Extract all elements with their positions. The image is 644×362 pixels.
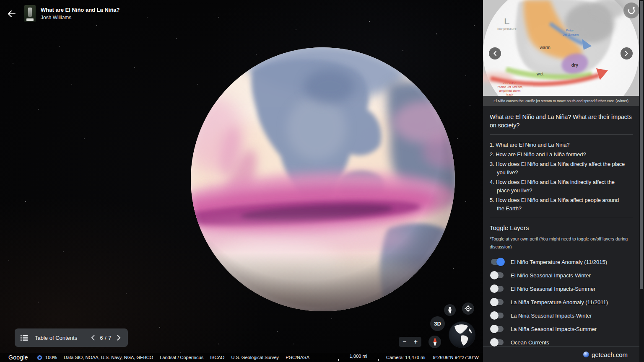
zoom-control: − +	[399, 337, 421, 347]
panel-content: What are El Niño and La Niña? What are t…	[483, 106, 639, 349]
back-arrow-icon	[8, 10, 16, 18]
layer-toggle-el-nino-summer[interactable]	[491, 286, 504, 292]
layer-label: El Niño Seasonal Impacts-Summer	[511, 286, 595, 292]
attribution-usgs: U.S. Geological Survey	[231, 355, 279, 360]
lesson-title-line2: on society?	[490, 121, 633, 129]
toggle-knob	[490, 325, 499, 333]
pegman-button[interactable]	[444, 304, 456, 316]
table-of-contents-bar[interactable]: Table of Contents 6 / 7	[15, 328, 128, 347]
layer-row-la-nina-temp: La Niña Temperature Anomaly (11/2011)	[490, 295, 633, 309]
geteach-globe-icon	[583, 352, 589, 357]
side-panel: L low pressure Polar Jet Stream warm dry…	[483, 0, 644, 362]
loading-ring-icon	[37, 355, 42, 360]
google-logo: Google	[8, 354, 28, 361]
extended-jet-label-3: amplified storm	[499, 89, 521, 93]
back-button[interactable]	[6, 8, 18, 20]
toggle-note-line2: discussion)	[490, 243, 633, 251]
chevron-left-icon	[493, 51, 497, 56]
layer-row-el-nino-temp: El Niño Temperature Anomaly (11/2015)	[490, 255, 633, 269]
attribution-pgc-nasa: PGC/NASA	[286, 355, 309, 360]
attribution-data-sources: Data SIO, NOAA, U.S. Navy, NGA, GEBCO	[64, 355, 153, 360]
question-4-text-cont: place you live?	[490, 186, 633, 195]
layer-toggle-el-nino-winter[interactable]	[491, 272, 504, 278]
attribution-ibcao: IBCAO	[210, 355, 224, 360]
my-location-button[interactable]	[462, 303, 474, 315]
extended-jet-label-2: Pacific Jet Stream,	[497, 85, 523, 89]
tour-thumbnail	[24, 5, 36, 22]
panel-scrollbar[interactable]	[639, 0, 644, 362]
question-item-5: 5. How does El Niño and La Niña affect p…	[490, 196, 633, 213]
toggle-knob	[490, 338, 499, 346]
compass-needle-icon	[432, 337, 438, 347]
divider	[490, 218, 633, 218]
layer-label: El Niño Seasonal Impacts-Winter	[511, 272, 591, 279]
3d-toggle-button[interactable]: 3D	[430, 316, 445, 331]
question-item-2: 2. How are El Niño and La Niña formed?	[490, 150, 633, 159]
toc-next-button[interactable]	[115, 334, 122, 341]
table-of-contents-icon	[21, 335, 28, 341]
chevron-left-icon	[91, 335, 95, 341]
layer-label: Ocean Currents	[511, 339, 549, 346]
app-window: What are El Niño and La Niña? Josh Willi…	[0, 0, 644, 362]
layer-row-la-nina-summer: La Niña Seasonal Impacts-Summer	[490, 322, 633, 336]
lesson-title: What are El Niño and La Niña? What are t…	[490, 113, 633, 129]
layer-toggle-la-nina-summer[interactable]	[491, 326, 504, 332]
my-location-icon	[465, 305, 472, 312]
question-item-4: 4. How does El Niño and La Niña indirect…	[490, 178, 633, 195]
zoom-out-button[interactable]: −	[402, 338, 406, 346]
coordinates-readout: 9°26'06"N 94°27'30"W	[433, 355, 479, 362]
layer-toggle-list: El Niño Temperature Anomaly (11/2015) El…	[490, 255, 633, 349]
question-5-text: 5. How does El Niño and La Niña affect p…	[490, 196, 633, 204]
layer-toggle-la-nina-temp[interactable]	[491, 299, 504, 305]
divider	[490, 134, 633, 135]
slide-image: L low pressure Polar Jet Stream warm dry…	[483, 0, 639, 106]
toggle-knob	[490, 298, 499, 306]
layer-toggle-ocean-currents[interactable]	[491, 339, 504, 345]
earth-viewport[interactable]: What are El Niño and La Niña? Josh Willi…	[0, 0, 483, 362]
question-item-3: 3. How does El Niño and La Niña directly…	[490, 160, 633, 177]
geteach-brand[interactable]: geteach.com	[592, 351, 628, 358]
toc-page-indicator: 6 / 7	[100, 335, 112, 341]
scale-label: 1,000 mi	[338, 354, 379, 359]
dry-label: dry	[571, 62, 579, 67]
layer-label: El Niño Temperature Anomaly (11/2015)	[511, 259, 607, 265]
zoom-in-button[interactable]: +	[414, 338, 418, 346]
toggle-layers-note: *Toggle at your own peril (You might nee…	[490, 235, 633, 251]
toc-prev-button[interactable]	[89, 334, 96, 341]
layer-row-el-nino-summer: El Niño Seasonal Impacts-Summer	[490, 282, 633, 295]
slide-next-button[interactable]	[621, 47, 633, 59]
panel-scrollbar-thumb[interactable]	[640, 1, 643, 289]
question-3-text: 3. How does El Niño and La Niña directly…	[490, 160, 633, 168]
question-4-text: 4. How does El Niño and La Niña indirect…	[490, 178, 633, 186]
question-1-text: 1. What are El Niño and La Niña?	[490, 141, 633, 149]
slide-refresh-button[interactable]	[623, 3, 639, 18]
wet-label: wet	[536, 71, 543, 76]
tour-title: What are El Niño and La Niña?	[41, 7, 120, 13]
zoom-percentage: 100%	[45, 355, 57, 360]
refresh-icon	[627, 6, 636, 15]
layer-label: La Niña Seasonal Impacts-Summer	[511, 326, 597, 332]
compass-button[interactable]	[428, 336, 441, 348]
table-of-contents-label: Table of Contents	[35, 335, 89, 341]
toggle-knob	[490, 271, 499, 279]
attribution-landsat: Landsat / Copernicus	[160, 355, 203, 360]
question-2-text: 2. How are El Niño and La Niña formed?	[490, 150, 633, 159]
extended-jet-label-4: track	[506, 93, 514, 96]
layer-toggle-el-nino-temp[interactable]	[491, 259, 504, 265]
low-pressure-label: low pressure	[497, 27, 517, 31]
globe-view-icon	[449, 321, 475, 348]
el-nino-winter-map: L low pressure Polar Jet Stream warm dry…	[483, 0, 639, 96]
3d-label: 3D	[434, 321, 441, 327]
layer-toggle-la-nina-winter[interactable]	[491, 313, 504, 318]
earth-globe[interactable]	[190, 46, 456, 313]
pegman-icon	[447, 307, 453, 314]
polar-jet-label-2: Jet Stream	[562, 33, 579, 36]
globe-view-button[interactable]	[449, 321, 475, 348]
scale-bar	[338, 359, 379, 361]
map-scale: 1,000 mi	[338, 354, 379, 362]
slide-caption: El Niño causes the Pacific jet stream to…	[483, 96, 639, 106]
low-pressure-letter: L	[504, 16, 510, 26]
slide-prev-button[interactable]	[489, 47, 501, 59]
polar-jet-label-1: Polar	[566, 28, 574, 32]
chevron-right-icon	[117, 335, 121, 341]
